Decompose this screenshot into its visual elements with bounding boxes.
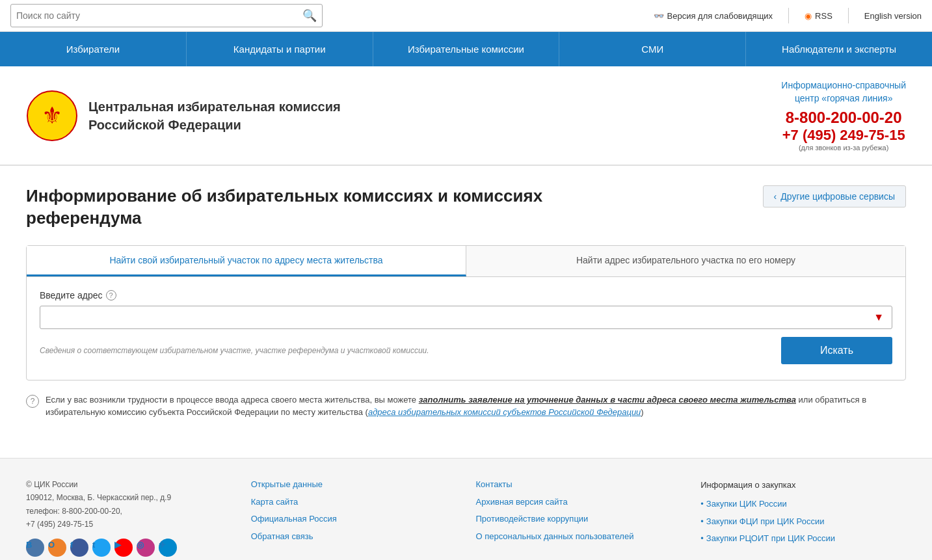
rss-icon: ◉: [805, 11, 812, 21]
footer-feedback[interactable]: Обратная связь: [251, 530, 457, 544]
page-title-row: Информирование об избирательных комиссия…: [26, 185, 906, 230]
footer: © ЦИК России 109012, Москва, Б. Черкасск…: [0, 458, 932, 560]
rss-link[interactable]: ◉ RSS: [805, 11, 832, 21]
tabs-header: Найти свой избирательный участок по адре…: [27, 246, 905, 277]
page-title: Информирование об избирательных комиссия…: [26, 185, 611, 230]
footer-address: 109012, Москва, Б. Черкасский пер., д.9: [26, 491, 232, 504]
footer-procurement-heading: Информация о закупках: [700, 478, 906, 492]
footer-procurement-fci[interactable]: Закупки ФЦИ при ЦИК России: [700, 515, 906, 529]
logo-image: ⚜: [26, 90, 78, 142]
footer-personal-data[interactable]: О персональных данных пользователей: [476, 530, 682, 544]
footer-grid: © ЦИК России 109012, Москва, Б. Черкасск…: [26, 478, 906, 560]
social-ok[interactable]: О: [48, 539, 66, 557]
footer-copyright: © ЦИК России: [26, 478, 232, 491]
hotline-info: Информационно-справочный центр «горячая …: [781, 79, 906, 152]
footer-phone2: +7 (495) 249-75-15: [26, 518, 232, 531]
nav-voters[interactable]: Избиратели: [0, 32, 187, 66]
social-vk[interactable]: В: [26, 539, 44, 557]
social-tw[interactable]: t: [92, 539, 111, 557]
search-row: Сведения о соответствующем избирательном…: [40, 337, 892, 364]
footer-procurement-cik[interactable]: Закупки ЦИК России: [700, 498, 906, 511]
social-yt[interactable]: ▶: [114, 539, 133, 557]
tabs-container: Найти свой избирательный участок по адре…: [26, 245, 906, 380]
address-field-label: Введите адрес ?: [40, 290, 892, 300]
footer-sitemap[interactable]: Карта сайта: [251, 496, 457, 509]
tab-content-address: Введите адрес ? ▼ Сведения о соответству…: [27, 277, 905, 380]
hotline-phone2: +7 (495) 249-75-15: [781, 127, 906, 144]
search-input[interactable]: [16, 10, 302, 21]
footer-phone: телефон: 8-800-200-00-20,: [26, 505, 232, 518]
hotline-note: (для звонков из-за рубежа): [781, 144, 906, 152]
address-help-icon[interactable]: ?: [106, 290, 116, 300]
footer-procurement-rcoit[interactable]: Закупки РЦОИТ при ЦИК России: [700, 532, 906, 546]
footer-col-procurement: Информация о закупках Закупки ЦИК России…: [700, 478, 906, 560]
logo-area: ⚜ Центральная избирательная комиссияРосс…: [26, 90, 341, 142]
social-tg[interactable]: ✈: [159, 539, 177, 557]
footer-archive[interactable]: Архивная версия сайта: [476, 496, 682, 509]
help-circle-icon: ?: [26, 395, 39, 408]
social-fb[interactable]: f: [70, 539, 88, 557]
footer-col-contact: © ЦИК России 109012, Москва, Б. Черкасск…: [26, 478, 232, 560]
footer-anticorruption[interactable]: Противодействие коррупции: [476, 513, 682, 526]
glasses-icon: 👓: [654, 11, 664, 21]
commissions-addresses-link[interactable]: адреса избирательных комиссий субъектов …: [368, 407, 641, 417]
tab-by-address[interactable]: Найти свой избирательный участок по адре…: [27, 246, 466, 276]
nav-candidates[interactable]: Кандидаты и партии: [187, 32, 373, 66]
hotline-label: Информационно-справочный центр «горячая …: [781, 79, 906, 105]
fill-application-link[interactable]: заполнить заявление на уточнение данных …: [419, 395, 796, 405]
nav-commissions[interactable]: Избирательные комиссии: [373, 32, 560, 66]
tab-by-number[interactable]: Найти адрес избирательного участка по ег…: [466, 246, 905, 276]
site-header: ⚜ Центральная избирательная комиссияРосс…: [0, 66, 932, 166]
search-button[interactable]: 🔍: [302, 8, 317, 23]
search-polling-station-button[interactable]: Искать: [781, 337, 892, 364]
main-content: Информирование об избирательных комиссия…: [0, 166, 932, 438]
top-bar-right: 👓 Версия для слабовидящих ◉ RSS English …: [654, 8, 922, 23]
nav-media[interactable]: СМИ: [559, 32, 746, 66]
social-ig[interactable]: ◎: [137, 539, 155, 557]
address-input[interactable]: [48, 312, 873, 323]
chevron-left-icon: ‹: [774, 191, 777, 202]
main-nav: Избиратели Кандидаты и партии Избиратель…: [0, 32, 932, 66]
social-icons: В О f t ▶ ◎ ✈: [26, 539, 232, 560]
english-link[interactable]: English version: [864, 11, 922, 21]
footer-col-links2: Контакты Архивная версия сайта Противоде…: [476, 478, 682, 560]
top-bar: 🔍 👓 Версия для слабовидящих ◉ RSS Englis…: [0, 0, 932, 32]
address-hint-text: Сведения о соответствующем избирательном…: [40, 346, 781, 355]
accessibility-link[interactable]: 👓 Версия для слабовидящих: [654, 11, 773, 21]
digital-services-button[interactable]: ‹ Другие цифровые сервисы: [763, 185, 906, 207]
hotline-phone1: 8-800-200-00-20: [781, 109, 906, 127]
help-notice: ? Если у вас возникли трудности в процес…: [26, 393, 906, 419]
footer-col-links1: Открытые данные Карта сайта Официальная …: [251, 478, 457, 560]
search-box[interactable]: 🔍: [10, 4, 323, 27]
nav-observers[interactable]: Наблюдатели и эксперты: [746, 32, 932, 66]
address-input-container[interactable]: ▼: [40, 306, 892, 329]
footer-official-russia[interactable]: Официальная Россия: [251, 513, 457, 526]
svg-text:⚜: ⚜: [42, 102, 62, 129]
dropdown-arrow-icon[interactable]: ▼: [873, 312, 884, 323]
footer-open-data[interactable]: Открытые данные: [251, 478, 457, 492]
divider1: [788, 8, 789, 23]
help-notice-text: Если у вас возникли трудности в процессе…: [46, 393, 906, 419]
footer-contacts[interactable]: Контакты: [476, 478, 682, 492]
divider2: [848, 8, 849, 23]
site-title: Центральная избирательная комиссияРоссий…: [88, 98, 341, 134]
